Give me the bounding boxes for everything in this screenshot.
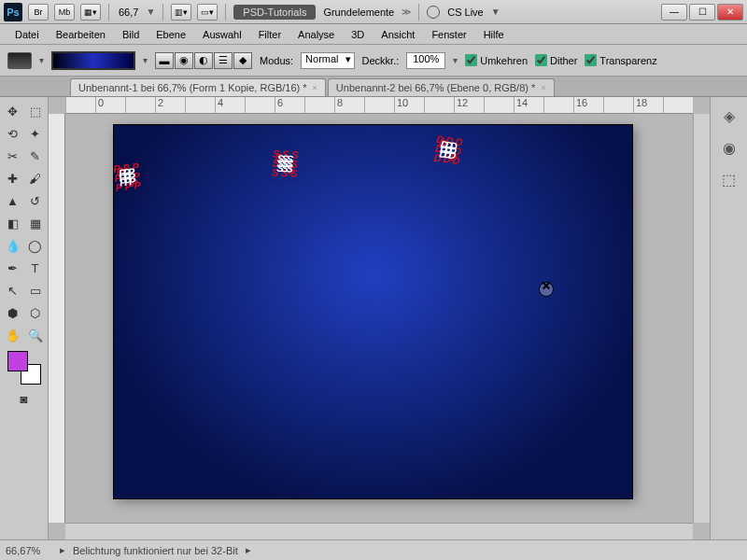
toolbox: ✥ ⬚ ⟲ ✦ ✂ ✎ ✚ 🖌 ▲ ↺ ◧ ▦ 💧 ◯ ✒ T ↖ ▭ ⬢ ⬡ … xyxy=(0,97,49,539)
separator xyxy=(108,4,109,21)
zoom-tool[interactable]: 🔍 xyxy=(25,325,46,345)
ruler-vertical[interactable] xyxy=(49,114,65,523)
menu-datei[interactable]: Datei xyxy=(7,26,47,43)
foreground-color[interactable] xyxy=(7,351,28,371)
no-drop-cursor-icon xyxy=(539,282,554,297)
screenmode-button[interactable]: ▭▾ xyxy=(197,4,218,21)
paths-panel-icon[interactable]: ⬚ xyxy=(718,168,740,190)
separator xyxy=(225,4,226,21)
menu-auswahl[interactable]: Auswahl xyxy=(195,26,249,43)
separator xyxy=(162,4,163,21)
zoom-level[interactable]: 66,7 xyxy=(117,7,140,18)
type-tool[interactable]: T xyxy=(25,258,46,278)
right-panel-dock: ◈ ◉ ⬚ xyxy=(710,97,747,539)
more-icon[interactable]: ≫ xyxy=(402,7,411,17)
opacity-input[interactable]: 100% xyxy=(406,52,445,69)
chevron-down-icon: ▾ xyxy=(345,53,351,65)
gradient-diamond[interactable]: ◆ xyxy=(233,52,252,69)
3d-tool[interactable]: ⬢ xyxy=(3,302,23,323)
shape-tool[interactable]: ▭ xyxy=(25,280,46,301)
pen-tool[interactable]: ✒ xyxy=(3,258,23,278)
channels-panel-icon[interactable]: ◉ xyxy=(718,136,740,159)
minibridge-button[interactable]: Mb xyxy=(54,4,75,21)
marquee-tool[interactable]: ⬚ xyxy=(25,101,46,121)
chevron-down-icon[interactable]: ▼ xyxy=(491,7,500,17)
chevron-down-icon[interactable]: ▼ xyxy=(146,7,155,17)
menu-fenster[interactable]: Fenster xyxy=(424,26,473,43)
healing-tool[interactable]: ✚ xyxy=(3,168,23,189)
gradient-type-group: ▬ ◉ ◐ ☰ ◆ xyxy=(155,52,252,69)
scrollbar-horizontal[interactable] xyxy=(65,523,693,539)
stamp-tool[interactable]: ▲ xyxy=(3,190,23,211)
menu-ansicht[interactable]: Ansicht xyxy=(374,26,422,43)
cslive-label[interactable]: CS Live xyxy=(445,7,486,18)
dodge-tool[interactable]: ◯ xyxy=(25,235,46,256)
viewextras-button[interactable]: ▦▾ xyxy=(80,4,101,21)
canvas[interactable]: PPPP SSSS DDDD xyxy=(114,125,632,498)
chevron-down-icon[interactable]: ▾ xyxy=(39,55,44,65)
eyedropper-tool[interactable]: ✎ xyxy=(25,146,46,166)
camera-tool[interactable]: ⬡ xyxy=(25,302,46,323)
crop-tool[interactable]: ✂ xyxy=(3,146,23,166)
arrange-button[interactable]: ▥▾ xyxy=(171,4,191,21)
maximize-button[interactable]: ☐ xyxy=(689,4,715,21)
quickmask-button[interactable]: ◙ xyxy=(14,388,35,409)
transparenz-checkbox[interactable]: Transparenz xyxy=(585,54,656,66)
document-tab-1[interactable]: Unbenannt-1 bei 66,7% (Form 1 Kopie, RGB… xyxy=(70,78,326,96)
chevron-down-icon[interactable]: ▾ xyxy=(143,55,148,65)
modus-select[interactable]: Normal ▾ xyxy=(301,52,354,69)
path-tool[interactable]: ↖ xyxy=(3,280,23,301)
workspace-pill[interactable]: PSD-Tutorials xyxy=(233,5,316,20)
app-logo: Ps xyxy=(4,3,22,21)
artwork-psd: PPPP SSSS DDDD xyxy=(114,125,632,498)
separator xyxy=(418,4,419,21)
gradient-linear[interactable]: ▬ xyxy=(155,52,174,69)
menu-bar: Datei Bearbeiten Bild Ebene Auswahl Filt… xyxy=(0,24,747,45)
color-swatches[interactable] xyxy=(7,351,41,385)
menu-hilfe[interactable]: Hilfe xyxy=(476,26,512,43)
menu-analyse[interactable]: Analyse xyxy=(290,26,342,43)
document-tabs: Unbenannt-1 bei 66,7% (Form 1 Kopie, RGB… xyxy=(0,77,747,97)
options-bar: ▾ ▾ ▬ ◉ ◐ ☰ ◆ Modus: Normal ▾ Deckkr.: 1… xyxy=(0,45,747,77)
workspace-secondary[interactable]: Grundelemente xyxy=(321,7,396,18)
brush-tool[interactable]: 🖌 xyxy=(25,168,46,189)
lasso-tool[interactable]: ⟲ xyxy=(3,123,23,144)
workspace: ✥ ⬚ ⟲ ✦ ✂ ✎ ✚ 🖌 ▲ ↺ ◧ ▦ 💧 ◯ ✒ T ↖ ▭ ⬢ ⬡ … xyxy=(0,97,747,539)
menu-filter[interactable]: Filter xyxy=(251,26,289,43)
title-bar: Ps Br Mb ▦▾ 66,7▼ ▥▾ ▭▾ PSD-Tutorials Gr… xyxy=(0,0,747,24)
chevron-right-icon[interactable]: ▸ xyxy=(60,544,65,556)
tool-preset-picker[interactable] xyxy=(7,52,32,69)
gradient-preview[interactable] xyxy=(51,51,135,70)
chevron-down-icon[interactable]: ▾ xyxy=(453,55,458,65)
umkehren-checkbox[interactable]: Umkehren xyxy=(465,54,528,66)
document-tab-2[interactable]: Unbenannt-2 bei 66,7% (Ebene 0, RGB/8) *… xyxy=(328,78,555,96)
status-zoom[interactable]: 66,67% xyxy=(6,545,52,556)
gradient-radial[interactable]: ◉ xyxy=(175,52,193,69)
bridge-button[interactable]: Br xyxy=(28,4,49,21)
close-icon[interactable]: × xyxy=(541,83,545,92)
canvas-area: 024681012141618202224262830 PPPP SSSS DD… xyxy=(49,97,710,539)
gradient-tool[interactable]: ▦ xyxy=(25,213,46,233)
modus-label: Modus: xyxy=(260,55,293,66)
move-tool[interactable]: ✥ xyxy=(3,101,23,121)
eraser-tool[interactable]: ◧ xyxy=(3,213,23,233)
menu-ebene[interactable]: Ebene xyxy=(148,26,193,43)
gradient-angle[interactable]: ◐ xyxy=(194,52,213,69)
hand-tool[interactable]: ✋ xyxy=(3,325,23,345)
gradient-reflected[interactable]: ☰ xyxy=(214,52,233,69)
close-icon[interactable]: × xyxy=(313,83,317,92)
ruler-horizontal[interactable]: 024681012141618202224262830 xyxy=(65,97,693,114)
menu-3d[interactable]: 3D xyxy=(344,26,372,43)
menu-bild[interactable]: Bild xyxy=(115,26,147,43)
cslive-icon[interactable] xyxy=(427,6,440,19)
history-brush-tool[interactable]: ↺ xyxy=(25,190,46,211)
minimize-button[interactable]: — xyxy=(661,4,687,21)
wand-tool[interactable]: ✦ xyxy=(25,123,46,144)
scrollbar-vertical[interactable] xyxy=(693,114,710,523)
chevron-right-icon[interactable]: ▸ xyxy=(246,544,251,556)
blur-tool[interactable]: 💧 xyxy=(3,235,23,256)
menu-bearbeiten[interactable]: Bearbeiten xyxy=(49,26,113,43)
layers-panel-icon[interactable]: ◈ xyxy=(718,105,740,127)
close-button[interactable]: ✕ xyxy=(717,4,743,21)
dither-checkbox[interactable]: Dither xyxy=(535,54,577,66)
